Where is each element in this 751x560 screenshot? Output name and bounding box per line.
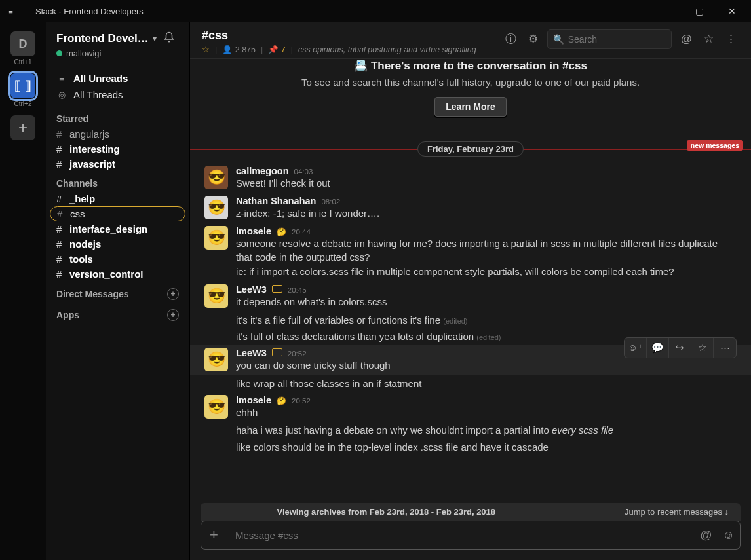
message[interactable]: 😎callmegoon 04:03Sweet! I'll check it ou… xyxy=(190,163,751,193)
channel-item-css[interactable]: #css xyxy=(50,206,185,221)
user-presence[interactable]: mallowigi xyxy=(46,48,189,66)
thread-icon[interactable]: 💬 xyxy=(647,338,669,358)
workspace-item-active[interactable]: ⟦ ⟧ Ctrl+2 xyxy=(10,73,35,107)
minimize-button[interactable]: — xyxy=(651,0,682,22)
add-workspace-button[interactable]: + xyxy=(10,115,35,140)
message[interactable]: 😎LeeW3 20:45it depends on what's in colo… xyxy=(190,282,751,312)
message-time: 20:52 xyxy=(292,397,311,405)
add-dm-icon[interactable]: + xyxy=(167,288,179,300)
message-user[interactable]: LeeW3 xyxy=(236,348,267,358)
badge-icon xyxy=(272,285,282,293)
channel-item-interesting[interactable]: #interesting xyxy=(46,141,189,157)
hash-icon: # xyxy=(56,128,64,140)
avatar[interactable]: 😎 xyxy=(204,395,228,419)
message-time: 20:52 xyxy=(288,350,307,358)
section-dms[interactable]: Direct Messages + xyxy=(46,282,189,303)
message-text: haha i was just having a debate on why w… xyxy=(236,422,751,439)
maximize-button[interactable]: ▢ xyxy=(684,0,714,22)
upgrade-banner: 📇 There's more to the conversation in #c… xyxy=(190,59,751,130)
members-count[interactable]: 👤 2,875 xyxy=(222,45,256,54)
message-input[interactable] xyxy=(227,530,695,541)
channel-item-_help[interactable]: #_help xyxy=(46,191,189,206)
hamburger-icon[interactable]: ≡ xyxy=(4,7,17,16)
attach-button[interactable]: + xyxy=(201,521,227,549)
channel-topic[interactable]: css opinions, tribal posturing and virtu… xyxy=(298,45,476,54)
workspace-icon: ⟦ ⟧ xyxy=(10,73,35,98)
star-icon[interactable]: ☆ xyxy=(202,45,210,54)
channel-item-interface_design[interactable]: #interface_design xyxy=(46,221,189,236)
message-user[interactable]: lmosele xyxy=(236,226,271,236)
search-input[interactable]: 🔍 xyxy=(547,29,672,49)
jump-recent-link[interactable]: Jump to recent messages ↓ xyxy=(625,507,729,517)
hash-icon: # xyxy=(56,253,64,265)
avatar[interactable]: 😎 xyxy=(204,166,228,189)
message-text: ehhh xyxy=(236,405,737,420)
message-list: Friday, February 23rd new messages 😎call… xyxy=(190,130,751,503)
avatar[interactable]: 😎 xyxy=(204,226,228,250)
add-app-icon[interactable]: + xyxy=(167,309,179,321)
avatar[interactable]: 😎 xyxy=(204,196,228,219)
message-text: z-index: -1; safe in ie I wonder…. xyxy=(236,206,737,221)
message-text: someone resolve a debate im having for m… xyxy=(236,236,737,265)
gear-icon[interactable]: ⚙ xyxy=(526,29,541,48)
close-button[interactable]: ✕ xyxy=(717,0,747,22)
react-icon[interactable]: ☺⁺ xyxy=(625,338,647,358)
channel-item-nodejs[interactable]: #nodejs xyxy=(46,236,189,252)
message[interactable]: 😎lmosele 🤔 20:44someone resolve a debate… xyxy=(190,223,751,282)
more-icon[interactable]: ⋯ xyxy=(714,338,736,358)
status-emoji: 🤔 xyxy=(277,227,286,236)
window-title: Slack - Frontend Developers xyxy=(35,7,144,16)
hash-icon: # xyxy=(56,159,64,170)
avatar[interactable]: 😎 xyxy=(204,284,228,308)
workspace-name[interactable]: Frontend Devel… xyxy=(56,32,149,45)
archive-bar: Viewing archives from Feb 23rd, 2018 - F… xyxy=(201,503,741,521)
pins-count[interactable]: 📌 7 xyxy=(268,45,285,54)
message-time: 20:44 xyxy=(292,228,311,236)
mention-icon[interactable]: @ xyxy=(695,529,717,542)
channel-item-version_control[interactable]: #version_control xyxy=(46,267,189,282)
message[interactable]: 😎LeeW3 20:52you can do some tricky stuff… xyxy=(190,345,751,375)
learn-more-button[interactable]: Learn More xyxy=(434,97,506,117)
workspace-item[interactable]: D Ctrl+1 xyxy=(10,31,35,65)
all-threads-link[interactable]: ◎ All Threads xyxy=(46,86,189,103)
message-user[interactable]: Nathan Shanahan xyxy=(236,196,316,206)
message-user[interactable]: callmegoon xyxy=(236,166,289,176)
mentions-icon[interactable]: @ xyxy=(678,30,695,48)
plus-icon: + xyxy=(10,115,35,140)
status-emoji: 🤔 xyxy=(277,396,286,405)
hash-icon: # xyxy=(56,223,64,234)
message[interactable]: 😎lmosele 🤔 20:52ehhh xyxy=(190,392,751,422)
message-text: ie: if i import a colors.scss file in mu… xyxy=(236,265,737,279)
share-icon[interactable]: ↪ xyxy=(669,338,691,358)
thread-icon: ◎ xyxy=(56,90,67,100)
channel-item-angularjs[interactable]: #angularjs xyxy=(46,126,189,141)
avatar[interactable]: 😎 xyxy=(204,348,228,371)
hash-icon: # xyxy=(56,193,64,204)
channel-title[interactable]: #css xyxy=(202,29,496,43)
message-text: like colors should be in the top-level i… xyxy=(236,439,751,456)
date-label: Friday, February 23rd xyxy=(417,141,524,157)
emoji-icon[interactable]: ☺ xyxy=(718,529,740,542)
all-unreads-link[interactable]: ≡ All Unreads xyxy=(46,70,189,86)
message-user[interactable]: LeeW3 xyxy=(236,284,267,295)
info-icon[interactable]: ⓘ xyxy=(503,29,519,49)
message[interactable]: 😎Nathan Shanahan 08:02z-index: -1; safe … xyxy=(190,193,751,223)
section-apps[interactable]: Apps + xyxy=(46,303,189,324)
star-items-icon[interactable]: ☆ xyxy=(701,29,716,48)
list-icon: ≡ xyxy=(56,73,67,83)
section-starred: Starred xyxy=(46,107,189,126)
hash-icon: # xyxy=(56,269,64,280)
message-composer[interactable]: + @ ☺ xyxy=(201,521,741,550)
star-icon[interactable]: ☆ xyxy=(691,338,714,358)
message-user[interactable]: lmosele xyxy=(236,395,271,405)
channel-header: #css ☆ | 👤 2,875 | 📌 7 | css opinions, t… xyxy=(190,22,751,59)
hash-icon: # xyxy=(57,208,65,219)
message-time: 04:03 xyxy=(294,168,313,176)
chevron-down-icon[interactable]: ▾ xyxy=(153,34,157,43)
channel-item-tools[interactable]: #tools xyxy=(46,252,189,267)
more-icon[interactable]: ⋮ xyxy=(723,29,739,48)
message-text: it's it's a file full of variables or fu… xyxy=(236,312,751,329)
message-text: Sweet! I'll check it out xyxy=(236,176,737,191)
channel-item-javascript[interactable]: #javascript xyxy=(46,157,189,172)
bell-icon[interactable] xyxy=(163,31,175,46)
